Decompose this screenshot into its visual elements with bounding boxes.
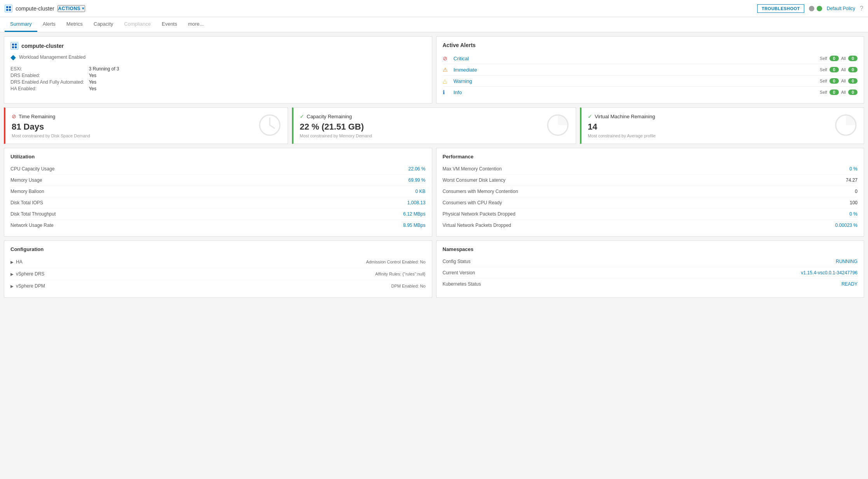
config-row-drs[interactable]: ▶ vSphere DRS Affinity Rules: {"rules":n… (10, 268, 426, 280)
drs-auto-label: DRS Enabled And Fully Automated: (10, 79, 84, 85)
metric-capacity-title: Capacity Remaining (307, 114, 352, 119)
configuration-title: Configuration (10, 246, 426, 252)
util-row-throughput: Disk Total Throughput 6.12 MBps (10, 209, 426, 220)
metric-capacity-subtitle: Most constrained by Memory Demand (300, 133, 569, 138)
util-label-memory: Memory Usage (10, 177, 42, 183)
alert-row-info: ℹ Info Self 0 All 0 (443, 87, 858, 98)
ns-row-kubernetes-status: Kubernetes Status READY (443, 279, 858, 290)
all-label-critical: All (841, 56, 846, 61)
esxi-label: ESXi: (10, 66, 84, 72)
perf-value-mem-contention: 0 (855, 189, 858, 194)
util-label-network: Network Usage Rate (10, 223, 54, 228)
default-policy-link[interactable]: Default Policy (827, 6, 855, 11)
util-perf-row: Utilization CPU Capacity Usage 22.06 % M… (4, 148, 864, 237)
immediate-all-count: 0 (848, 67, 858, 72)
perf-row-phys-network: Physical Network Packets Dropped 0 % (443, 209, 858, 220)
alert-name-info[interactable]: Info (454, 89, 820, 95)
metric-vm-value: 14 (588, 122, 858, 132)
warning-all-count: 0 (848, 78, 858, 84)
config-left-drs: ▶ vSphere DRS (10, 271, 44, 277)
actions-button[interactable]: ACTIONS ▾ (58, 5, 85, 12)
ns-label-current-version: Current Version (443, 270, 475, 275)
tab-compliance: Compliance (119, 17, 156, 32)
tab-capacity[interactable]: Capacity (88, 17, 119, 32)
tab-more[interactable]: more... (183, 17, 209, 32)
workload-row: ◆ Workload Management Enabled (10, 53, 426, 61)
critical-all-count: 0 (848, 56, 858, 61)
metric-vm-subtitle: Most constrained by Average profile (588, 133, 858, 138)
util-label-balloon: Memory Balloon (10, 189, 44, 194)
config-detail-dpm: DPM Enabled: No (391, 284, 425, 288)
tab-metrics[interactable]: Metrics (61, 17, 88, 32)
perf-label-disk-latency: Worst Consumer Disk Latency (443, 177, 506, 183)
metric-time-title: Time Remaining (19, 114, 55, 119)
self-label-immediate: Self (820, 67, 827, 72)
all-label-immediate: All (841, 67, 846, 72)
config-row-dpm[interactable]: ▶ vSphere DPM DPM Enabled: No (10, 280, 426, 292)
tab-alerts[interactable]: Alerts (37, 17, 61, 32)
status-icons (809, 6, 822, 11)
cluster-info-card: compute-cluster ◆ Workload Management En… (4, 36, 432, 104)
cluster-name: compute-cluster (16, 5, 54, 12)
config-row-ha[interactable]: ▶ HA Admission Control Enabled: No (10, 256, 426, 268)
config-ns-row: Configuration ▶ HA Admission Control Ena… (4, 240, 864, 298)
metrics-row: ⊘ Time Remaining 81 Days Most constraine… (4, 107, 864, 144)
alert-row-immediate: ⚠ Immediate Self 0 All 0 (443, 64, 858, 75)
all-label-info: All (841, 90, 846, 95)
alert-badges-warning: Self 0 All 0 (820, 78, 858, 84)
util-value-memory: 69.99 % (408, 177, 425, 183)
top-bar-right: TROUBLESHOOT Default Policy ? (757, 4, 863, 13)
util-value-balloon: 0 KB (415, 189, 425, 194)
utilization-title: Utilization (10, 154, 426, 160)
util-value-throughput: 6.12 MBps (403, 211, 425, 217)
metric-vm-header: ✓ Virtual Machine Remaining (588, 113, 858, 119)
help-icon[interactable]: ? (860, 5, 863, 12)
alert-name-warning[interactable]: Warning (454, 78, 820, 84)
expand-icon-drs: ▶ (10, 272, 14, 276)
perf-label-memory-contention: Max VM Memory Contention (443, 166, 502, 172)
util-row-memory: Memory Usage 69.99 % (10, 175, 426, 186)
status-dot-gray (809, 6, 814, 11)
drs-value: Yes (89, 73, 425, 78)
cluster-icon (5, 5, 12, 12)
cluster-card-title: compute-cluster (21, 43, 64, 49)
metric-capacity-header: ✓ Capacity Remaining (300, 113, 569, 119)
cluster-card-icon (10, 42, 18, 50)
perf-label-mem-contention: Consumers with Memory Contention (443, 189, 518, 194)
svg-rect-1 (9, 6, 11, 8)
expand-icon-dpm: ▶ (10, 284, 14, 288)
chevron-down-icon: ▾ (82, 6, 84, 11)
ns-label-kubernetes-status: Kubernetes Status (443, 281, 481, 287)
status-dot-green (817, 6, 822, 11)
ha-value: Yes (89, 86, 425, 91)
config-left-dpm: ▶ vSphere DPM (10, 283, 45, 289)
alert-name-immediate[interactable]: Immediate (454, 67, 820, 73)
tab-events[interactable]: Events (156, 17, 183, 32)
config-name-drs: vSphere DRS (16, 271, 44, 277)
drs-label: DRS Enabled: (10, 73, 84, 78)
svg-rect-5 (15, 44, 17, 46)
config-detail-ha: Admission Control Enabled: No (366, 260, 426, 264)
svg-rect-0 (6, 6, 8, 8)
alert-badges-immediate: Self 0 All 0 (820, 67, 858, 72)
performance-card: Performance Max VM Memory Contention 0 %… (436, 148, 865, 237)
ns-value-current-version: v1.15.4-vsc0.0.1-34247796 (801, 270, 858, 275)
workload-text: Workload Management Enabled (19, 54, 86, 60)
ns-value-kubernetes-status: READY (842, 281, 858, 287)
tab-summary[interactable]: Summary (5, 17, 37, 32)
critical-self-count: 0 (830, 56, 839, 61)
capacity-pie-icon (546, 114, 569, 138)
troubleshoot-button[interactable]: TROUBLESHOOT (757, 4, 804, 13)
ns-label-config-status: Config Status (443, 259, 471, 264)
metric-vm-title: Virtual Machine Remaining (595, 114, 655, 119)
svg-rect-2 (6, 9, 8, 11)
self-label-critical: Self (820, 56, 827, 61)
perf-label-phys-network: Physical Network Packets Dropped (443, 211, 515, 217)
perf-label-cpu-ready: Consumers with CPU Ready (443, 200, 502, 205)
perf-row-disk-latency: Worst Consumer Disk Latency 74.27 (443, 175, 858, 186)
self-label-info: Self (820, 90, 827, 95)
alert-name-critical[interactable]: Critical (454, 56, 820, 61)
info-self-count: 0 (830, 89, 839, 95)
util-label-cpu: CPU Capacity Usage (10, 166, 54, 172)
cluster-title-row: compute-cluster (10, 42, 426, 50)
